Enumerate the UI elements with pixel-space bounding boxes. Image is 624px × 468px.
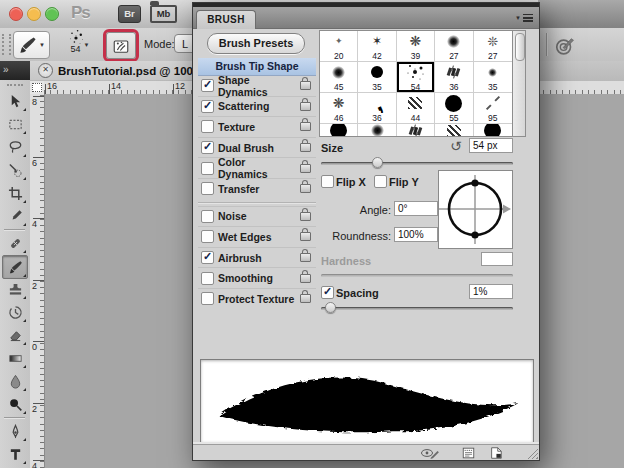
tip-option-dual-brush[interactable]: ✓Dual Brush — [198, 137, 316, 158]
brush-grid-scrollbar[interactable] — [513, 30, 526, 137]
tool-move[interactable] — [3, 90, 27, 112]
brush-preset-cell[interactable]: 36 — [435, 62, 473, 93]
brush-preset-cell[interactable] — [397, 124, 435, 137]
brush-preset-cell[interactable] — [358, 124, 396, 137]
tool-preset-picker-button[interactable]: ▼ — [13, 31, 50, 59]
options-bar-grip[interactable] — [2, 34, 11, 55]
brush-preset-cell[interactable]: 35 — [358, 62, 396, 93]
checkbox[interactable] — [201, 120, 214, 133]
checkbox[interactable]: ✓ — [201, 251, 214, 264]
tip-option-protect-texture[interactable]: Protect Texture — [198, 288, 316, 309]
size-input[interactable]: 54 px — [469, 138, 513, 153]
airbrush-toggle-button[interactable] — [553, 33, 577, 57]
option-label[interactable]: Color Dynamics — [218, 156, 296, 180]
brush-preset-cell-selected[interactable]: 54 — [397, 62, 435, 93]
brush-preset-cell[interactable]: ✦20 — [320, 31, 358, 62]
brush-preset-cell[interactable]: 55 — [435, 93, 473, 124]
tool-pen[interactable] — [3, 420, 27, 442]
create-new-brush-button[interactable] — [485, 446, 507, 460]
launch-bridge-button[interactable]: Br — [118, 5, 141, 23]
brush-preset-cell[interactable]: ✶42 — [358, 31, 396, 62]
roundness-input[interactable]: 100% — [394, 227, 438, 242]
toggle-brush-panel-button[interactable] — [106, 32, 136, 59]
tip-option-wet-edges[interactable]: Wet Edges — [198, 226, 316, 247]
close-window-button[interactable] — [9, 7, 23, 21]
brush-preset-cell[interactable]: ,36 — [358, 93, 396, 124]
tool-history-brush[interactable] — [3, 301, 27, 323]
slider-thumb[interactable] — [325, 302, 336, 313]
spacing-input[interactable]: 1% — [469, 284, 513, 299]
tip-option-airbrush[interactable]: ✓Airbrush — [198, 247, 316, 268]
brush-preset-cell[interactable]: 27 — [435, 31, 473, 62]
checkbox[interactable]: ✓ — [201, 79, 214, 92]
brush-preset-cell[interactable]: 35 — [474, 62, 512, 93]
tip-option-scattering[interactable]: ✓Scattering — [198, 96, 316, 117]
tip-option-smoothing[interactable]: Smoothing — [198, 267, 316, 288]
tool-stamp[interactable] — [3, 278, 27, 300]
option-label[interactable]: Dual Brush — [218, 142, 274, 154]
tool-gradient[interactable] — [3, 347, 27, 369]
tip-option-texture[interactable]: Texture — [198, 116, 316, 137]
minimize-window-button[interactable] — [27, 7, 41, 21]
checkbox[interactable] — [201, 210, 214, 223]
flip-x-checkbox[interactable] — [321, 175, 334, 188]
angle-input[interactable]: 0° — [394, 201, 438, 216]
tool-brush[interactable] — [2, 255, 28, 279]
checkbox[interactable]: ✓ — [201, 100, 214, 113]
tool-smudge[interactable] — [3, 370, 27, 392]
checkbox[interactable] — [201, 182, 214, 195]
tool-marquee[interactable] — [3, 113, 27, 135]
tip-option-noise[interactable]: Noise — [198, 206, 316, 227]
tip-option-transfer[interactable]: Transfer — [198, 178, 316, 199]
brush-presets-button[interactable]: Brush Presets — [207, 33, 305, 54]
zoom-window-button[interactable] — [45, 7, 59, 21]
option-label[interactable]: Texture — [218, 121, 255, 133]
flip-y-checkbox[interactable] — [374, 175, 387, 188]
angle-roundness-preview[interactable] — [438, 170, 513, 249]
brush-preset-cell[interactable] — [320, 124, 358, 137]
checkbox[interactable] — [201, 162, 214, 175]
option-label[interactable]: Noise — [218, 210, 247, 222]
tool-quick-select[interactable] — [3, 159, 27, 181]
option-label[interactable]: Smoothing — [218, 272, 273, 284]
tool-crop[interactable] — [3, 182, 27, 204]
checkbox[interactable] — [201, 292, 214, 305]
brush-preset-cell[interactable]: 95 — [474, 93, 512, 124]
checkbox[interactable] — [201, 272, 214, 285]
close-document-icon[interactable]: ✕ — [38, 63, 53, 78]
option-label[interactable]: Airbrush — [218, 252, 262, 264]
panel-resize-grip[interactable] — [527, 448, 538, 459]
flip-x-label[interactable]: Flip X — [336, 176, 366, 188]
checkbox[interactable] — [201, 230, 214, 243]
brush-preset-cell[interactable] — [435, 124, 473, 137]
panel-menu-button[interactable]: ▼ — [515, 11, 533, 25]
brush-preset-cell[interactable]: 45 — [320, 62, 358, 93]
tip-option-shape-dynamics[interactable]: ✓Shape Dynamics — [198, 76, 316, 96]
open-preset-manager-button[interactable] — [457, 446, 479, 460]
option-label[interactable]: Scattering — [218, 100, 269, 112]
launch-minibridge-button[interactable]: Mb — [150, 5, 177, 23]
brush-preset-cell[interactable] — [474, 124, 512, 137]
spacing-slider[interactable] — [321, 307, 513, 310]
tip-option-color-dynamics[interactable]: Color Dynamics — [198, 157, 316, 178]
slider-thumb[interactable] — [372, 157, 383, 168]
option-label[interactable]: Wet Edges — [218, 231, 271, 243]
brush-preset-picker[interactable]: 54 ▼ — [59, 31, 101, 58]
collapse-toolbox-button[interactable]: » — [0, 61, 30, 80]
tab-brush[interactable]: BRUSH — [196, 10, 256, 29]
reset-size-icon[interactable]: ↺ — [450, 139, 462, 153]
spacing-checkbox[interactable]: ✓ — [321, 286, 334, 299]
brush-preset-cell[interactable]: 44 — [397, 93, 435, 124]
checkbox[interactable]: ✓ — [201, 141, 214, 154]
tool-type[interactable] — [3, 443, 27, 465]
toggle-live-tip-preview-button[interactable] — [419, 446, 441, 460]
tool-dodge[interactable] — [3, 393, 27, 415]
scrollbar-thumb[interactable] — [515, 33, 525, 61]
brush-preset-cell[interactable]: ❊27 — [474, 31, 512, 62]
tool-healing[interactable] — [3, 232, 27, 254]
tool-lasso[interactable] — [3, 136, 27, 158]
tool-eyedropper[interactable] — [3, 205, 27, 227]
option-label[interactable]: Transfer — [218, 183, 259, 195]
spacing-label[interactable]: Spacing — [336, 287, 379, 299]
size-slider[interactable] — [321, 162, 513, 165]
